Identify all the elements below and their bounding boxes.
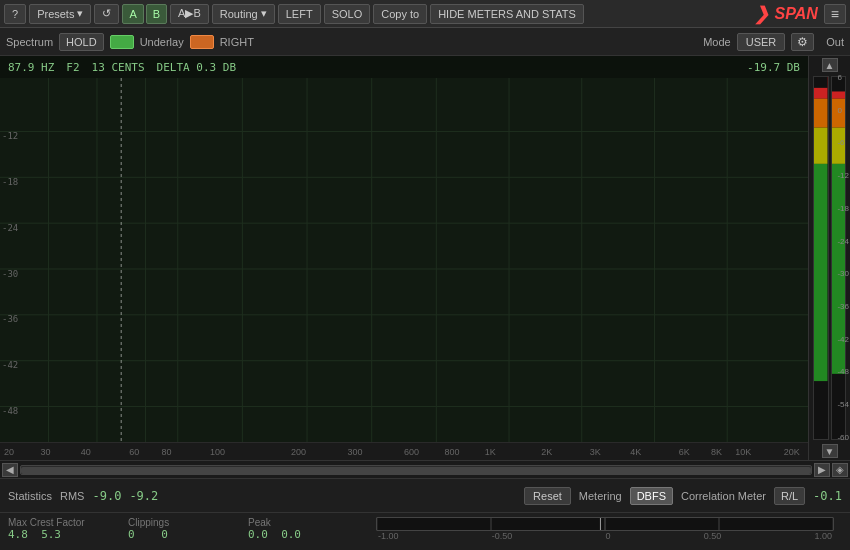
freq-label-20: 20	[4, 447, 14, 457]
svg-rect-28	[814, 99, 828, 128]
peak-values: 0.0 0.0	[248, 528, 301, 541]
stats-area: Statistics RMS -9.0 -9.2 Reset Metering …	[0, 478, 850, 550]
b-button[interactable]: B	[146, 4, 167, 24]
db-right-value: -19.7 DB	[747, 61, 800, 74]
spectrum-info-bar: 87.9 HZ F2 13 CENTS DELTA 0.3 DB -19.7 D…	[0, 56, 808, 78]
freq-label-800: 800	[444, 447, 459, 457]
settings-button[interactable]: ⚙	[791, 33, 814, 51]
hold-button[interactable]: HOLD	[59, 33, 104, 51]
hide-meters-button[interactable]: HIDE METERS AND STATS	[430, 4, 584, 24]
scrollbar-thumb	[21, 467, 811, 474]
left-button[interactable]: LEFT	[278, 4, 321, 24]
vu-bar-left	[813, 76, 829, 440]
stats-row2: Max Crest Factor 4.8 5.3 Clippings 0 0 P…	[0, 513, 850, 545]
svg-text:-48: -48	[2, 406, 18, 416]
freq-label-100: 100	[210, 447, 225, 457]
freq-label-2k: 2K	[541, 447, 552, 457]
corr-scale-05: 0.50	[704, 531, 722, 541]
toolbar: ? Presets ▾ ↺ A B A▶B Routing ▾ LEFT SOL…	[0, 0, 850, 28]
routing-button[interactable]: Routing ▾	[212, 4, 275, 24]
max-crest-group: Max Crest Factor 4.8 5.3	[8, 517, 128, 541]
zoom-button[interactable]: ◈	[832, 463, 848, 477]
rms-val1: -9.0	[92, 489, 121, 503]
correlation-bar-group: -1.00 -0.50 0 0.50 1.00	[376, 517, 834, 541]
spectrum-scrollbar[interactable]	[20, 465, 812, 475]
freq-label-600: 600	[404, 447, 419, 457]
clippings-label: Clippings	[128, 517, 169, 528]
main-area: 87.9 HZ F2 13 CENTS DELTA 0.3 DB -19.7 D…	[0, 56, 850, 460]
user-mode-button[interactable]: USER	[737, 33, 786, 51]
reset-button[interactable]: ↺	[94, 4, 119, 24]
peak-label: Peak	[248, 517, 271, 528]
scroll-left-button[interactable]: ◀	[2, 463, 18, 477]
span-title: SPAN	[775, 5, 818, 23]
ab-group: A B	[122, 4, 167, 24]
orange-channel-indicator[interactable]	[190, 35, 214, 49]
correlation-label: Correlation Meter	[681, 490, 766, 502]
solo-button[interactable]: SOLO	[324, 4, 371, 24]
delta-value: DELTA 0.3 DB	[157, 61, 237, 74]
vu-bar-area: 6 0 -6 -12 -18 -24 -30 -36 -42 -48 -54 -…	[811, 74, 848, 442]
freq-label-30: 30	[40, 447, 50, 457]
vu-scroll-up[interactable]: ▲	[822, 58, 838, 72]
freq-label-20k: 20K	[784, 447, 800, 457]
max-crest-label: Max Crest Factor	[8, 517, 85, 528]
frequency-value: 87.9 HZ	[8, 61, 54, 74]
green-channel-indicator[interactable]	[110, 35, 134, 49]
freq-label-200: 200	[291, 447, 306, 457]
corr-scale-0: 0	[605, 531, 610, 541]
svg-rect-36	[832, 77, 846, 91]
svg-rect-31	[814, 77, 828, 88]
metering-label: Metering	[579, 490, 622, 502]
freq-label-300: 300	[347, 447, 362, 457]
correlation-value: -0.1	[813, 489, 842, 503]
freq-label-10k: 10K	[735, 447, 751, 457]
rl-button[interactable]: R/L	[774, 487, 805, 505]
clippings-group: Clippings 0 0	[128, 517, 248, 541]
svg-text:-18: -18	[2, 177, 18, 187]
corr-scale-n05: -0.50	[492, 531, 513, 541]
routing-label: Routing	[220, 8, 258, 20]
correlation-scale: -1.00 -0.50 0 0.50 1.00	[376, 531, 834, 541]
freq-label-1k: 1K	[485, 447, 496, 457]
spectrum-label: Spectrum	[6, 36, 53, 48]
ab-copy-button[interactable]: A▶B	[170, 4, 209, 24]
svg-rect-33	[832, 99, 846, 128]
svg-text:-36: -36	[2, 314, 18, 324]
freq-label-8k: 8K	[711, 447, 722, 457]
vu-bar-right	[831, 76, 847, 440]
vu-scroll-down[interactable]: ▼	[822, 444, 838, 458]
correlation-svg	[377, 518, 833, 530]
freq-label-40: 40	[81, 447, 91, 457]
menu-button[interactable]: ≡	[824, 4, 846, 24]
dbfs-button[interactable]: DBFS	[630, 487, 673, 505]
max-crest-values: 4.8 5.3	[8, 528, 61, 541]
scroll-right-button[interactable]: ▶	[814, 463, 830, 477]
peak-group: Peak 0.0 0.0	[248, 517, 368, 541]
reset-button[interactable]: Reset	[524, 487, 571, 505]
corr-scale-n1: -1.00	[378, 531, 399, 541]
mode-section: Mode USER ⚙ Out	[703, 33, 844, 51]
copy-to-button[interactable]: Copy to	[373, 4, 427, 24]
svg-text:-24: -24	[2, 223, 18, 233]
statistics-label: Statistics	[8, 490, 52, 502]
spectrum-display[interactable]: 87.9 HZ F2 13 CENTS DELTA 0.3 DB -19.7 D…	[0, 56, 808, 460]
freq-axis-labels: 20 30 40 60 80 100 200 300 600 800 1K 2K…	[0, 442, 808, 460]
clippings-values: 0 0	[128, 528, 168, 541]
stats-row1: Statistics RMS -9.0 -9.2 Reset Metering …	[0, 479, 850, 513]
freq-label-4k: 4K	[630, 447, 641, 457]
vu-meter: ▲	[808, 56, 850, 460]
a-button[interactable]: A	[122, 4, 143, 24]
mode-label: Mode	[703, 36, 731, 48]
spectrum-scrollbar-row: ◀ ▶ ◈	[0, 460, 850, 478]
presets-button[interactable]: Presets ▾	[29, 4, 91, 24]
svg-text:-42: -42	[2, 360, 18, 370]
right-channel-label: RIGHT	[220, 36, 254, 48]
svg-text:-12: -12	[2, 131, 18, 141]
cents-value: 13 CENTS	[92, 61, 145, 74]
vu-svg-right	[832, 77, 846, 439]
correlation-bar	[376, 517, 834, 531]
logo-icon: ❯	[754, 3, 769, 25]
corr-scale-1: 1.00	[814, 531, 832, 541]
help-button[interactable]: ?	[4, 4, 26, 24]
